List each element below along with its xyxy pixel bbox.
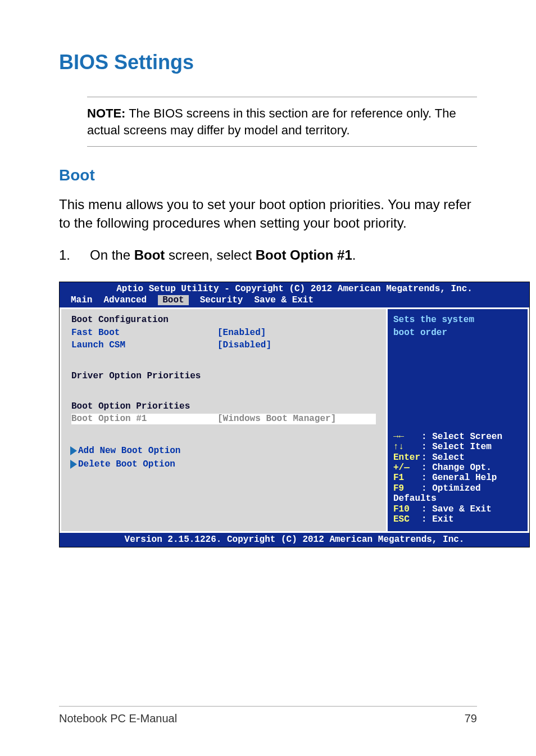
- note-label: NOTE:: [87, 106, 125, 120]
- key-ud: ↑↓: [393, 442, 421, 452]
- tab-boot: Boot: [158, 295, 188, 305]
- tab-main: Main: [71, 295, 92, 305]
- note-text: The BIOS screens in this section are for…: [87, 106, 456, 137]
- bios-right-panel: Sets the system boot order →←: Select Sc…: [386, 309, 529, 531]
- key-f10-desc: : Save & Exit: [421, 504, 492, 514]
- key-pm: +/—: [393, 463, 421, 473]
- key-enter: Enter: [393, 452, 421, 463]
- boot-priorities-title: Boot Option Priorities: [71, 401, 376, 411]
- delete-boot-option: Delete Boot Option: [71, 459, 376, 469]
- boot-option-1-value: [Windows Boot Manager]: [217, 414, 336, 424]
- key-f1: F1: [393, 473, 421, 483]
- page-footer: Notebook PC E-Manual 79: [59, 706, 477, 725]
- bios-header: Aptio Setup Utility - Copyright (C) 2012…: [60, 282, 529, 295]
- launch-csm-row: Launch CSM [Disabled]: [71, 340, 376, 350]
- section-intro: This menu allows you to set your boot op…: [59, 196, 477, 232]
- fast-boot-label: Fast Boot: [71, 328, 217, 338]
- step-number: 1.: [59, 246, 90, 264]
- launch-csm-value: [Disabled]: [217, 340, 271, 350]
- boot-option-1-row: Boot Option #1 [Windows Boot Manager]: [71, 414, 376, 424]
- key-pm-desc: : Change Opt.: [421, 463, 492, 473]
- tab-save-exit: Save & Exit: [254, 295, 314, 305]
- bios-screenshot: Aptio Setup Utility - Copyright (C) 2012…: [59, 282, 530, 547]
- key-lr: →←: [393, 432, 421, 442]
- key-f9: F9: [393, 483, 421, 494]
- step-bold-2: Boot Option #1: [256, 247, 352, 262]
- step-text: On the Boot screen, select Boot Option #…: [90, 246, 356, 264]
- bios-left-panel: Boot Configuration Fast Boot [Enabled] L…: [60, 309, 386, 531]
- launch-csm-label: Launch CSM: [71, 340, 217, 350]
- step-mid: screen, select: [165, 247, 255, 262]
- footer-left: Notebook PC E-Manual: [59, 712, 177, 725]
- step-prefix: On the: [90, 247, 134, 262]
- footer-page-number: 79: [465, 712, 477, 725]
- play-triangle-icon: [70, 446, 77, 455]
- bios-tabs: Main Advanced Boot Security Save & Exit: [60, 295, 529, 307]
- step-1: 1. On the Boot screen, select Boot Optio…: [59, 246, 477, 264]
- key-lr-desc: : Select Screen: [421, 432, 502, 442]
- key-enter-desc: : Select: [421, 452, 465, 463]
- bios-footer: Version 2.15.1226. Copyright (C) 2012 Am…: [60, 533, 529, 546]
- add-new-boot-option: Add New Boot Option: [71, 446, 376, 456]
- boot-config-title: Boot Configuration: [71, 315, 376, 325]
- driver-priorities-title: Driver Option Priorities: [71, 371, 376, 381]
- step-bold-1: Boot: [134, 247, 165, 262]
- section-title: Boot: [59, 166, 477, 184]
- play-triangle-icon: [70, 460, 77, 469]
- help-line-2: boot order: [393, 328, 522, 338]
- page-title: BIOS Settings: [59, 51, 477, 74]
- key-f1-desc: : General Help: [421, 473, 497, 483]
- step-suffix: .: [352, 247, 356, 262]
- key-f10: F10: [393, 504, 421, 514]
- note-block: NOTE: The BIOS screens in this section a…: [87, 97, 477, 147]
- help-line-1: Sets the system: [393, 315, 522, 325]
- key-esc: ESC: [393, 514, 421, 524]
- fast-boot-row: Fast Boot [Enabled]: [71, 328, 376, 338]
- key-ud-desc: : Select Item: [421, 442, 492, 452]
- key-esc-desc: : Exit: [421, 514, 454, 524]
- bios-body: Boot Configuration Fast Boot [Enabled] L…: [60, 307, 529, 533]
- fast-boot-value: [Enabled]: [217, 328, 266, 338]
- boot-option-1-label: Boot Option #1: [71, 414, 217, 424]
- tab-advanced: Advanced: [103, 295, 147, 305]
- key-help-list: →←: Select Screen ↑↓: Select Item Enter:…: [393, 432, 522, 525]
- tab-security: Security: [200, 295, 243, 305]
